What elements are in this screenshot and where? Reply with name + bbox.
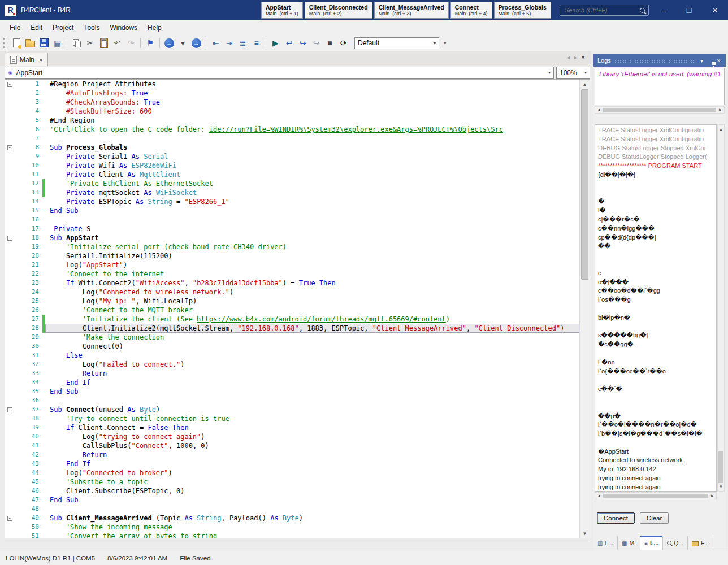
code-line[interactable]: 30 Connect(0): [5, 342, 579, 351]
redo-icon[interactable]: ↷: [125, 37, 137, 49]
jump-tab-process_globals[interactable]: Process_GlobalsMain (ctrl + 5): [494, 2, 551, 19]
scrollbar-thumb[interactable]: [603, 494, 708, 498]
code-line[interactable]: 13 Private mqttSocket As WiFiSocket: [5, 188, 579, 197]
code-line[interactable]: 36: [5, 396, 579, 405]
dock-tab-libraries[interactable]: ▥L...: [593, 536, 618, 550]
code-line[interactable]: 35End Sub: [5, 387, 579, 396]
tab-scroll-right-icon[interactable]: ▸: [574, 54, 577, 60]
dock-tab-quick-search[interactable]: Q...: [663, 536, 688, 550]
scroll-left-icon[interactable]: ◄: [595, 493, 603, 499]
code-line[interactable]: 12 'Private EthClient As EthernetSocket: [5, 179, 579, 188]
maximize-button[interactable]: □: [676, 0, 702, 20]
code-line[interactable]: 28 Client.Initialize2(mqttSocket.Stream,…: [5, 324, 579, 333]
code-line[interactable]: 25 Log("My ip: ", Wifi.LocalIp): [5, 297, 579, 306]
code-line[interactable]: 45 'Subsribe to a topic: [5, 477, 579, 486]
panel-menu-icon[interactable]: ▾: [697, 58, 706, 64]
scroll-down-icon[interactable]: ▼: [718, 482, 724, 491]
clean-project-icon[interactable]: ⟳: [337, 37, 349, 49]
search-box[interactable]: [560, 5, 649, 16]
code-line[interactable]: 20 Serial1.Initialize(115200): [5, 251, 579, 260]
code-line[interactable]: -18Sub AppStart: [5, 233, 579, 242]
connect-button[interactable]: Connect: [597, 512, 635, 524]
copy-icon[interactable]: [71, 37, 83, 49]
back-history-icon[interactable]: ▾: [177, 37, 189, 49]
jump-tab-connect[interactable]: ConnectMain (ctrl + 4): [450, 2, 492, 19]
dock-tab-logs[interactable]: ≡L...: [640, 536, 663, 550]
log-horizontal-scrollbar[interactable]: ◄ ►: [595, 492, 717, 499]
menu-item-help[interactable]: Help: [142, 21, 167, 34]
open-project-icon[interactable]: [24, 37, 36, 49]
clear-button[interactable]: Clear: [640, 512, 669, 524]
code-line[interactable]: 16: [5, 215, 579, 224]
code-line[interactable]: 40 Log("trying to connect again"): [5, 432, 579, 441]
warning-horizontal-scrollbar[interactable]: ◄ ►: [595, 106, 725, 114]
goto-sub-back-icon[interactable]: ↩: [283, 37, 295, 49]
code-line[interactable]: 24 Log("Connected to wireless network."): [5, 288, 579, 297]
fold-toggle-icon[interactable]: -: [5, 143, 14, 152]
code-line[interactable]: 5#End Region: [5, 116, 579, 125]
tab-main[interactable]: Main ×: [5, 53, 48, 66]
menu-item-project[interactable]: Project: [47, 21, 79, 34]
code-line[interactable]: 23 If Wifi.Connect2("WifiAccess", "b283c…: [5, 279, 579, 288]
logs-panel-header[interactable]: Logs ▾ ×: [593, 54, 726, 67]
comment-icon[interactable]: ≣: [237, 37, 249, 49]
scroll-right-icon[interactable]: ►: [717, 107, 724, 113]
code-line[interactable]: -8Sub Process_Globals: [5, 143, 579, 152]
code-line[interactable]: 41 CallSubPlus("Connect", 1000, 0): [5, 441, 579, 450]
uncomment-icon[interactable]: ≡: [250, 37, 262, 49]
search-input[interactable]: [564, 6, 640, 14]
code-line[interactable]: 47End Sub: [5, 496, 579, 505]
tab-close-icon[interactable]: ×: [39, 56, 42, 63]
build-configuration-select[interactable]: Default ▾: [354, 37, 439, 49]
menu-item-windows[interactable]: Windows: [105, 21, 142, 34]
outdent-icon[interactable]: ⇤: [210, 37, 222, 49]
code-line[interactable]: 17 Private S: [5, 224, 579, 233]
code-line[interactable]: 7: [5, 134, 579, 143]
stop-icon[interactable]: ■: [324, 37, 336, 49]
log-vertical-scrollbar[interactable]: ▲ ▼: [717, 124, 725, 492]
scroll-up-icon[interactable]: ▲: [718, 125, 724, 134]
modules-icon[interactable]: ▦: [51, 37, 63, 49]
bookmark-icon[interactable]: ⚑: [144, 37, 156, 49]
dock-tab-files[interactable]: F...: [688, 536, 713, 550]
code-line[interactable]: 44 Log("Connected to broker"): [5, 468, 579, 477]
jump-tab-client_disconnected[interactable]: Client_DisconnectedMain (ctrl + 2): [305, 2, 372, 19]
compile-run-icon[interactable]: ▶: [270, 37, 281, 49]
code-line[interactable]: 10 Private Wifi As ESP8266WiFi: [5, 161, 579, 170]
code-line[interactable]: 6'Ctrl+Click to open the C code folder: …: [5, 125, 579, 134]
scrollbar-thumb[interactable]: [718, 451, 723, 483]
fold-toggle-icon[interactable]: -: [5, 514, 14, 523]
code-line[interactable]: 51 'Convert the array of bytes to string: [5, 532, 579, 538]
code-line[interactable]: 14 Private ESPTopic As String = "ESP8266…: [5, 197, 579, 206]
fold-toggle-icon[interactable]: -: [5, 405, 14, 414]
code-line[interactable]: 50 'Show the incoming message: [5, 523, 579, 532]
forward-icon[interactable]: →: [190, 37, 202, 49]
jump-tab-client_messagearrived[interactable]: Client_MessageArrivedMain (ctrl + 3): [374, 2, 449, 19]
code-editor[interactable]: -1#Region Project Attributes2 #AutoFlush…: [5, 79, 590, 538]
code-line[interactable]: 9 Private Serial1 As Serial: [5, 152, 579, 161]
code-line[interactable]: -1#Region Project Attributes: [5, 80, 579, 89]
undo-icon[interactable]: ↶: [111, 37, 123, 49]
save-icon[interactable]: [38, 37, 50, 49]
fold-toggle-icon[interactable]: -: [5, 233, 14, 242]
code-line[interactable]: 3 #CheckArrayBounds: True: [5, 98, 579, 107]
goto-sub-forward-icon[interactable]: ↪: [297, 37, 309, 49]
code-line[interactable]: 46 Client.Subscribe(ESPTopic, 0): [5, 486, 579, 496]
toolbar-overflow-icon[interactable]: ▾: [444, 40, 447, 46]
fold-toggle-icon[interactable]: -: [5, 80, 14, 89]
scrollbar-thumb[interactable]: [581, 89, 588, 280]
resume-icon[interactable]: ↪: [310, 37, 322, 49]
code-line[interactable]: 29 'Make the connection: [5, 333, 579, 342]
code-line[interactable]: 11 Private Client As MqttClient: [5, 170, 579, 179]
tab-list-icon[interactable]: ▾: [582, 54, 584, 60]
back-icon[interactable]: ←: [163, 37, 175, 49]
tab-scroll-left-icon[interactable]: ◂: [567, 54, 570, 60]
menu-item-tools[interactable]: Tools: [79, 21, 105, 34]
code-line[interactable]: -37Sub Connect(unused As Byte): [5, 405, 579, 414]
code-line[interactable]: 22 'Connect to the internet: [5, 270, 579, 279]
menu-item-file[interactable]: File: [5, 21, 25, 34]
code-line[interactable]: 32 Log("Failed to connect."): [5, 360, 579, 369]
search-icon[interactable]: [640, 8, 645, 13]
paste-icon[interactable]: [98, 37, 110, 49]
zoom-selector[interactable]: 100% ▾: [556, 67, 590, 79]
